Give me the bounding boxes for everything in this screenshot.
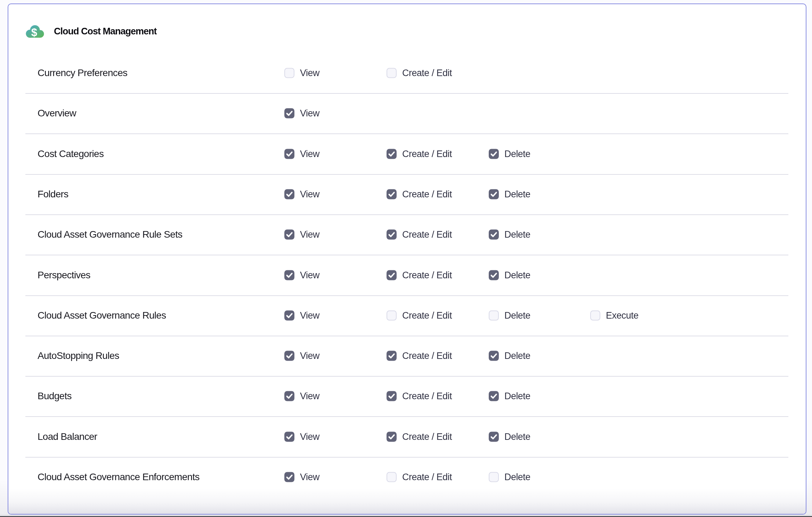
svg-text:$: $	[31, 26, 37, 38]
